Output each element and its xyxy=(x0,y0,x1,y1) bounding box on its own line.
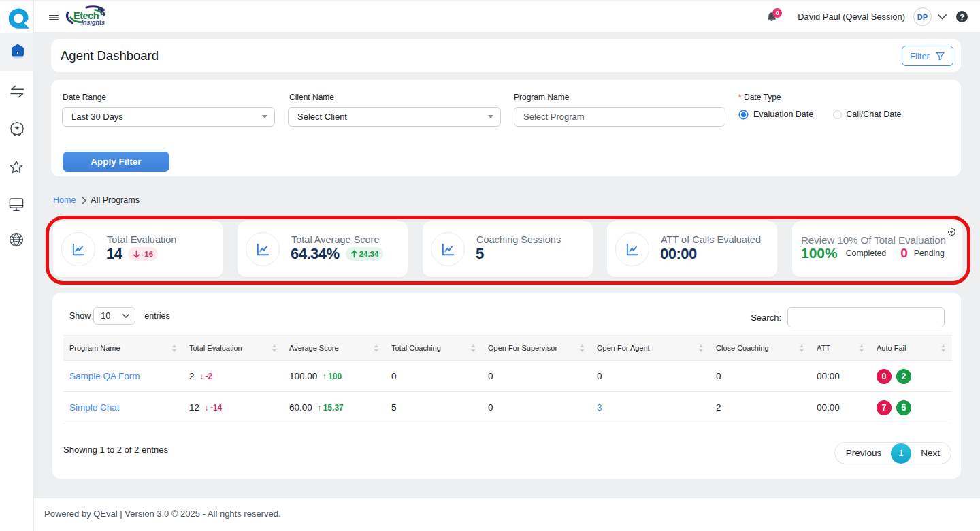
svg-text:Insights: Insights xyxy=(82,19,105,26)
